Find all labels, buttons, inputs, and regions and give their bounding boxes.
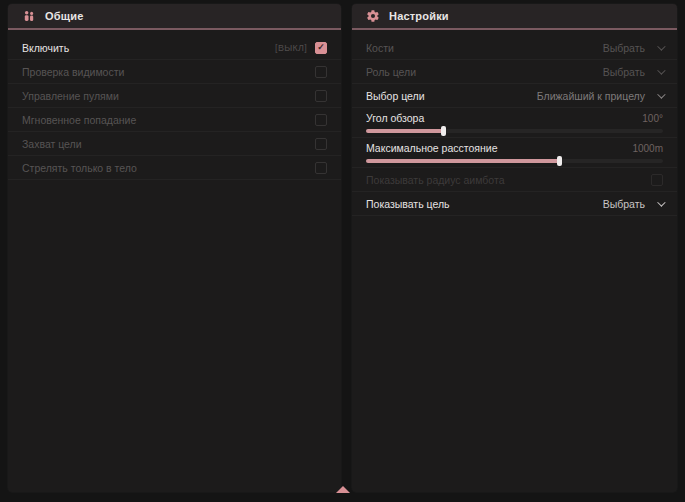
checkbox-row[interactable]: Показывать радиус аимбота [352, 168, 677, 192]
toggle-label: Стрелять только в тело [22, 162, 137, 174]
dropdown-label: Кости [366, 42, 394, 54]
toggle-row[interactable]: Включить[ВЫКЛ]✓ [8, 36, 341, 60]
keybind-badge[interactable]: [ВЫКЛ] [275, 43, 307, 53]
checkbox[interactable]: ✓ [315, 42, 327, 54]
dropdown-value[interactable]: Выбрать [603, 198, 645, 210]
dropdown-row[interactable]: Выбор целиБлижайший к прицелу [352, 84, 677, 108]
toggle-label: Управление пулями [22, 90, 119, 102]
dropdown-row[interactable]: КостиВыбрать [352, 36, 677, 60]
dropdown-label: Выбор цели [366, 90, 425, 102]
users-icon [21, 9, 36, 24]
dropdown-control: Выбрать [603, 42, 663, 54]
dropdown-value[interactable]: Выбрать [603, 42, 645, 54]
toggle-controls [315, 66, 327, 78]
slider-fill [366, 129, 443, 133]
chevron-down-icon[interactable] [657, 42, 665, 50]
checkbox[interactable] [315, 138, 327, 150]
toggle-label: Включить [22, 42, 69, 54]
toggle-label: Захват цели [22, 138, 82, 150]
slider-value: 100° [642, 113, 663, 124]
chevron-down-icon[interactable] [657, 198, 665, 206]
settings-panel-header: Настройки [352, 4, 677, 30]
dropdown-value[interactable]: Выбрать [603, 66, 645, 78]
checkbox-control [651, 174, 663, 186]
dropdown-control: Ближайший к прицелу [537, 90, 663, 102]
chevron-down-icon[interactable] [657, 66, 665, 74]
checkbox[interactable] [651, 174, 663, 186]
slider-label: Максимальное расстояние [366, 142, 497, 154]
dropdown-row[interactable]: Роль целиВыбрать [352, 60, 677, 84]
chevron-down-icon[interactable] [657, 90, 665, 98]
slider-track[interactable] [366, 159, 663, 163]
toggle-controls [315, 114, 327, 126]
up-triangle-icon[interactable] [336, 486, 350, 493]
dropdown-value[interactable]: Ближайший к прицелу [537, 90, 645, 102]
settings-rows: КостиВыбратьРоль целиВыбратьВыбор целиБл… [352, 30, 677, 216]
panel-title: Настройки [389, 10, 449, 22]
dropdown-label: Показывать цель [366, 198, 450, 210]
gear-icon [365, 9, 380, 24]
dropdown-control: Выбрать [603, 66, 663, 78]
checkbox[interactable] [315, 114, 327, 126]
slider-track[interactable] [366, 129, 663, 133]
general-panel-header: Общие [8, 4, 341, 30]
slider-labels: Угол обзора100° [366, 111, 663, 125]
panel-title: Общие [45, 10, 84, 22]
slider-row: Максимальное расстояние1000m [352, 138, 677, 168]
toggle-label: Проверка видимости [22, 66, 124, 78]
general-panel: Общие Включить[ВЫКЛ]✓Проверка видимостиУ… [8, 4, 341, 492]
dropdown-label: Роль цели [366, 66, 416, 78]
dropdown-control: Выбрать [603, 198, 663, 210]
toggle-row[interactable]: Мгновенное попадание [8, 108, 341, 132]
checkbox[interactable] [315, 162, 327, 174]
checkbox[interactable] [315, 66, 327, 78]
dropdown-row[interactable]: Показывать цельВыбрать [352, 192, 677, 216]
slider-labels: Максимальное расстояние1000m [366, 141, 663, 155]
settings-panel: Настройки КостиВыбратьРоль целиВыбратьВы… [352, 4, 677, 492]
slider-row: Угол обзора100° [352, 108, 677, 138]
slider-value: 1000m [632, 143, 663, 154]
slider-label: Угол обзора [366, 112, 424, 124]
slider-handle[interactable] [557, 156, 562, 166]
toggle-row[interactable]: Управление пулями [8, 84, 341, 108]
checkbox-label: Показывать радиус аимбота [366, 174, 505, 186]
toggle-controls: [ВЫКЛ]✓ [275, 42, 327, 54]
toggle-row[interactable]: Стрелять только в тело [8, 156, 341, 180]
slider-handle[interactable] [441, 126, 446, 136]
general-rows: Включить[ВЫКЛ]✓Проверка видимостиУправле… [8, 30, 341, 180]
toggle-row[interactable]: Проверка видимости [8, 60, 341, 84]
toggle-label: Мгновенное попадание [22, 114, 136, 126]
toggle-controls [315, 138, 327, 150]
toggle-row[interactable]: Захват цели [8, 132, 341, 156]
slider-fill [366, 159, 559, 163]
toggle-controls [315, 90, 327, 102]
toggle-controls [315, 162, 327, 174]
checkbox[interactable] [315, 90, 327, 102]
